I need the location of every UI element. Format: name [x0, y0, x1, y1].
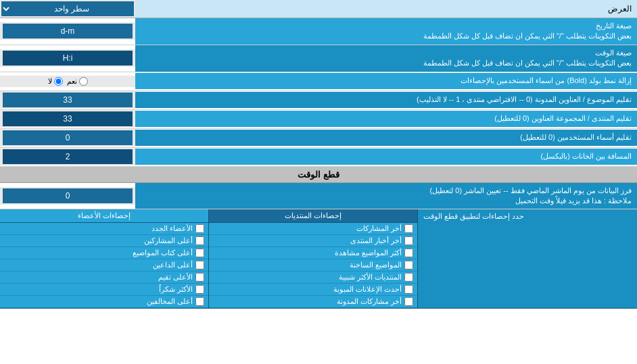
bold-yes-radio[interactable]: [79, 77, 88, 86]
display-dropdown-wrapper: سطر واحدسطرينثلاثة أسطر: [0, 0, 135, 18]
forum-stats-item: أكثر المواضيع مشاهدة: [209, 247, 417, 259]
forum-stats-item: المواضيع الساخنة: [209, 259, 417, 271]
forum-stats-checkbox-4[interactable]: [404, 273, 413, 282]
cutoff-input-wrapper: [0, 187, 135, 205]
member-stats-header: إحصاءات الأعضاء: [0, 209, 208, 223]
member-stats-checkbox-3[interactable]: [195, 261, 204, 269]
bold-remove-label: إزالة نمط بولد (Bold) من اسماء المستخدمي…: [135, 73, 637, 88]
date-format-label: صيغة التاريخ بعض التكوينات يتطلب "/" الت…: [135, 18, 637, 45]
messages-gap-input[interactable]: [3, 149, 133, 164]
forum-stats-item: أخر المشاركات: [209, 223, 417, 235]
member-stats-checkbox-1[interactable]: [195, 236, 204, 245]
messages-gap-row: المسافة بين الخانات (بالبكسل): [0, 148, 637, 167]
member-stats-item: الأكثر شكراً: [0, 284, 208, 296]
time-format-row: صيغة الوقت بعض التكوينات يتطلب "/" التي …: [0, 45, 637, 72]
date-format-row: صيغة التاريخ بعض التكوينات يتطلب "/" الت…: [0, 18, 637, 45]
user-names-input-wrapper: [0, 129, 135, 147]
forum-stats-col: إحصاءات المنتديات أخر المشاركاتأخر أخبار…: [208, 209, 417, 308]
time-format-input[interactable]: [3, 51, 133, 66]
forum-stats-header: إحصاءات المنتديات: [209, 209, 417, 223]
topic-titles-input-wrapper: [0, 91, 135, 109]
forum-stats-checkbox-0[interactable]: [404, 224, 413, 233]
forum-stats-checkbox-6[interactable]: [404, 297, 413, 306]
member-stats-item: أعلى الداعين: [0, 259, 208, 271]
date-format-input[interactable]: [3, 24, 133, 38]
forum-titles-input[interactable]: [3, 111, 133, 126]
topic-titles-input[interactable]: [3, 93, 133, 107]
cutoff-row: فرز البيانات من يوم الماشر الماضي فقط --…: [0, 183, 637, 210]
forum-stats-checkbox-2[interactable]: [404, 249, 413, 257]
messages-gap-label: المسافة بين الخانات (بالبكسل): [135, 149, 637, 164]
display-dropdown[interactable]: سطر واحدسطرينثلاثة أسطر: [1, 1, 134, 16]
header-label: العرض: [135, 1, 637, 16]
user-names-row: تقليم أسماء المستخدمين (0 للتعطيل): [0, 129, 637, 148]
member-stats-item: أعلى المخالفين: [0, 296, 208, 308]
forum-stats-checkbox-5[interactable]: [404, 285, 413, 294]
time-format-label: صيغة الوقت بعض التكوينات يتطلب "/" التي …: [135, 45, 637, 72]
forum-titles-row: تقليم المنتدى / المجموعة العناوين (0 للت…: [0, 110, 637, 129]
bold-remove-radio-wrapper: نعم لا: [0, 76, 135, 87]
member-stats-item: الأعضاء الجدد: [0, 223, 208, 235]
member-stats-checkbox-6[interactable]: [195, 297, 204, 306]
bold-no-label: لا: [48, 77, 52, 86]
member-stats-item: أعلى المشاركين: [0, 235, 208, 247]
time-format-input-wrapper: [0, 49, 135, 67]
member-stats-col: إحصاءات الأعضاء الأعضاء الجددأعلى المشار…: [0, 209, 208, 308]
member-stats-items: الأعضاء الجددأعلى المشاركينأعلى كتاب الم…: [0, 223, 208, 308]
user-names-input[interactable]: [3, 130, 133, 145]
bold-no-radio[interactable]: [54, 77, 63, 86]
messages-gap-input-wrapper: [0, 148, 135, 165]
forum-titles-label: تقليم المنتدى / المجموعة العناوين (0 للت…: [135, 111, 637, 126]
forum-stats-checkbox-3[interactable]: [404, 261, 413, 269]
member-stats-checkbox-0[interactable]: [195, 224, 204, 233]
member-stats-item: الأعلى تقيم: [0, 271, 208, 284]
member-stats-checkbox-2[interactable]: [195, 249, 204, 257]
topic-titles-label: تقليم الموضوع / العناوين المدونة (0 -- ا…: [135, 92, 637, 107]
topic-titles-row: تقليم الموضوع / العناوين المدونة (0 -- ا…: [0, 91, 637, 110]
cutoff-input[interactable]: [3, 188, 133, 203]
cutoff-section-header: قطع الوقت: [0, 167, 637, 183]
forum-stats-item: المنتديات الأكثر شببية: [209, 271, 417, 284]
member-stats-item: أعلى كتاب المواضيع: [0, 247, 208, 259]
forum-stats-checkbox-1[interactable]: [404, 236, 413, 245]
forum-stats-item: أخر مشاركات المدونة: [209, 296, 417, 308]
date-format-input-wrapper: [0, 22, 135, 40]
forum-stats-item: أحدث الإعلانات المبوبة: [209, 284, 417, 296]
user-names-label: تقليم أسماء المستخدمين (0 للتعطيل): [135, 130, 637, 145]
member-stats-checkbox-4[interactable]: [195, 273, 204, 282]
cutoff-label: فرز البيانات من يوم الماشر الماضي فقط --…: [135, 183, 637, 209]
stats-section-label: حدد إحصاءات لتطبيق قطع الوقت: [417, 209, 637, 308]
bold-yes-label: نعم: [67, 77, 77, 86]
member-stats-checkbox-5[interactable]: [195, 285, 204, 294]
stats-section: حدد إحصاءات لتطبيق قطع الوقت إحصاءات الم…: [0, 209, 637, 309]
bold-remove-row: إزالة نمط بولد (Bold) من اسماء المستخدمي…: [0, 72, 637, 91]
forum-titles-input-wrapper: [0, 110, 135, 128]
forum-stats-item: أخر أخبار المنتدى: [209, 235, 417, 247]
forum-stats-items: أخر المشاركاتأخر أخبار المنتدىأكثر الموا…: [209, 223, 417, 308]
